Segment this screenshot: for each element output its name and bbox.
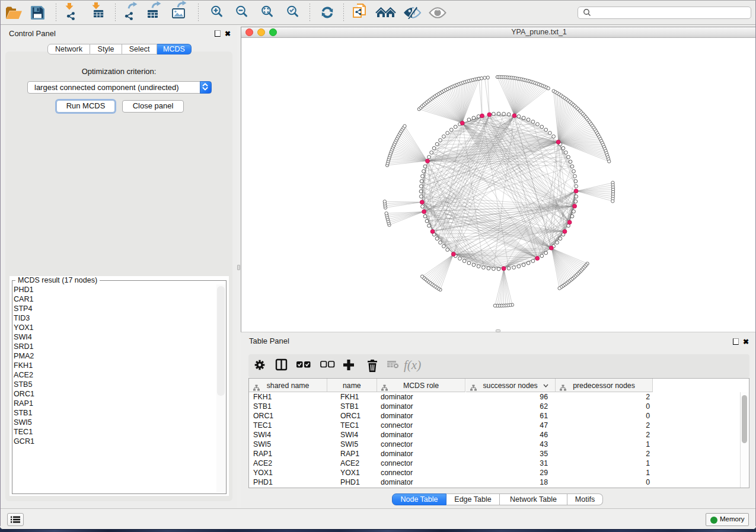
svg-text:f(x): f(x)	[404, 358, 421, 372]
